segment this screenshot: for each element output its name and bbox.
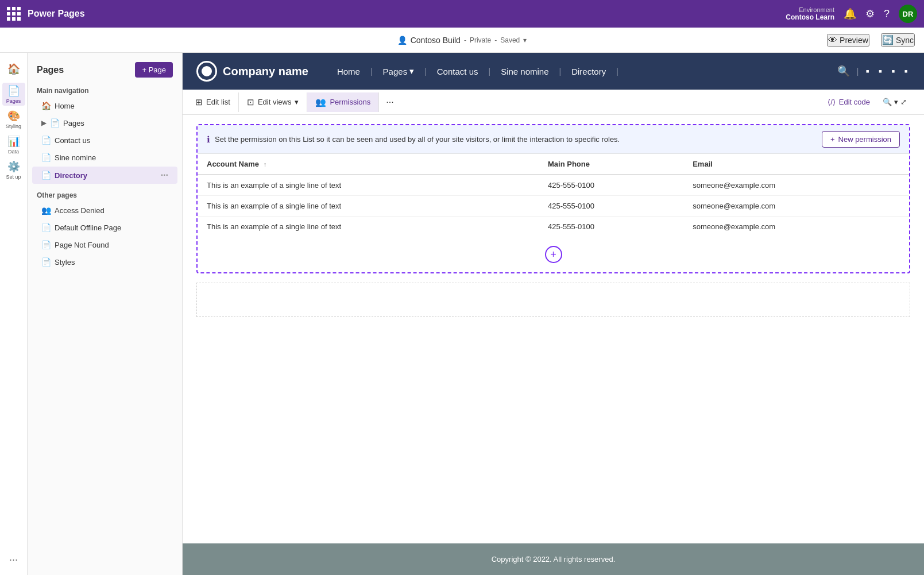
website-nav-directory[interactable]: Directory: [561, 67, 616, 76]
site-icon: 👤: [397, 36, 407, 45]
sync-button[interactable]: 🔄 Sync: [881, 33, 915, 47]
permissions-icon: 👥: [315, 97, 326, 107]
nav-item-default-offline[interactable]: 📄 Default Offline Page: [32, 219, 177, 236]
nav-item-page-not-found[interactable]: 📄 Page Not Found: [32, 237, 177, 253]
search-icon[interactable]: 🔍: [835, 63, 852, 80]
cell-email-2: someone@example.com: [683, 196, 909, 217]
edit-list-icon: ⊞: [195, 97, 203, 107]
data-table: Account Name ↑ Main Phone Email: [198, 154, 909, 237]
directory-more-icon[interactable]: ···: [161, 170, 168, 180]
nav-item-access-denied[interactable]: 👥 Access Denied: [32, 202, 177, 218]
notification-icon[interactable]: 🔔: [844, 7, 856, 20]
col-email[interactable]: Email: [683, 154, 909, 175]
website-nav-contact[interactable]: Contact us: [427, 67, 489, 76]
main-nav-title: Main navigation: [28, 82, 182, 97]
sync-icon: 🔄: [882, 34, 894, 45]
top-bar: Power Pages Environment Contoso Learn 🔔 …: [0, 0, 924, 28]
edit-list-button[interactable]: ⊞ Edit list: [187, 92, 239, 112]
empty-section: [196, 283, 910, 317]
home-icon: 🏠: [7, 63, 20, 75]
help-icon[interactable]: ?: [884, 8, 890, 20]
expand-icon[interactable]: ⤢: [900, 98, 907, 106]
cell-account-name-2: This is an example of a single line of t…: [198, 196, 539, 217]
add-page-button[interactable]: + Page: [135, 62, 173, 78]
cell-account-name-3: This is an example of a single line of t…: [198, 217, 539, 237]
table-header: Account Name ↑ Main Phone Email: [198, 154, 909, 175]
sidebar-item-pages[interactable]: 📄 Pages: [2, 83, 25, 106]
sidebar-item-home[interactable]: 🏠: [2, 57, 25, 80]
sidebar-more-icon[interactable]: ···: [9, 554, 18, 566]
zoom-icon[interactable]: 🔍: [883, 98, 892, 106]
site-visibility: -: [464, 36, 466, 44]
nav-item-home[interactable]: 🏠 Home: [32, 98, 177, 114]
nav-item-styles[interactable]: 📄 Styles: [32, 254, 177, 270]
settings-icon[interactable]: ⚙: [865, 7, 875, 20]
avatar[interactable]: DR: [899, 5, 917, 23]
zoom-control: 🔍 ▾ ⤢: [883, 98, 907, 106]
permissions-info-left: ℹ Set the permission on this List so it …: [207, 134, 620, 145]
pages-icon: 📄: [7, 84, 20, 97]
cell-email-1: someone@example.com: [683, 175, 909, 196]
footer-text: Copyright © 2022. All rights reserved.: [492, 555, 616, 564]
nav-item-directory[interactable]: 📄 Directory ···: [32, 167, 177, 184]
logo-inner: [202, 66, 212, 76]
website-frame: ℹ Set the permission on this List so it …: [183, 115, 924, 575]
second-bar: 👤 Contoso Build - Private - Saved ▾ 👁 Pr…: [0, 28, 924, 53]
table-row[interactable]: This is an example of a single line of t…: [198, 196, 909, 217]
offline-icon: 📄: [41, 223, 51, 232]
add-section-button[interactable]: +: [545, 246, 562, 263]
sidebar-item-setup[interactable]: ⚙️ Set up: [2, 159, 25, 182]
pages-header: Pages + Page: [28, 53, 182, 82]
expand-icon[interactable]: ▶: [41, 119, 47, 127]
styling-icon: 🎨: [7, 110, 20, 122]
sine-nomine-nav-icon: 📄: [41, 153, 51, 162]
nav-item-pages[interactable]: ▶ 📄 Pages: [32, 115, 177, 131]
access-denied-icon: 👥: [41, 206, 51, 215]
list-container: ℹ Set the permission on this List so it …: [196, 124, 910, 273]
cell-phone-1: 425-555-0100: [539, 175, 683, 196]
table-row[interactable]: This is an example of a single line of t…: [198, 175, 909, 196]
grid-icon-2[interactable]: ▪: [876, 63, 884, 80]
edit-views-chevron: ▾: [295, 98, 299, 106]
directory-nav-icon: 📄: [41, 171, 51, 180]
other-pages-title: Other pages: [28, 184, 182, 202]
edit-views-icon: ⊡: [247, 97, 254, 107]
website-logo: Company name: [196, 61, 308, 82]
website-nav-sine-nomine[interactable]: Sine nomine: [490, 67, 559, 76]
col-main-phone[interactable]: Main Phone: [539, 154, 683, 175]
waffle-icon[interactable]: [7, 7, 21, 21]
home-nav-icon: 🏠: [41, 101, 51, 110]
app-title: Power Pages: [28, 9, 85, 19]
nav-item-sine-nomine[interactable]: 📄 Sine nomine: [32, 149, 177, 165]
sidebar-item-data[interactable]: 📊 Data: [2, 133, 25, 156]
website-nav-home[interactable]: Home: [327, 67, 370, 76]
edit-code-button[interactable]: ⟨/⟩ Edit code: [819, 94, 878, 110]
permissions-button[interactable]: 👥 Permissions: [307, 92, 379, 112]
website-nav-pages[interactable]: Pages ▾: [373, 66, 425, 76]
cell-email-3: someone@example.com: [683, 217, 909, 237]
grid-icon-1[interactable]: ▪: [863, 63, 871, 80]
table-body: This is an example of a single line of t…: [198, 175, 909, 237]
table-row[interactable]: This is an example of a single line of t…: [198, 217, 909, 237]
website-navbar: Company name Home | Pages ▾ | Contact us…: [183, 53, 924, 90]
info-icon: ℹ: [207, 134, 210, 145]
sidebar-item-styling[interactable]: 🎨 Styling: [2, 108, 25, 131]
zoom-chevron[interactable]: ▾: [894, 98, 898, 106]
col-account-name[interactable]: Account Name ↑: [198, 154, 539, 175]
preview-area: Company name Home | Pages ▾ | Contact us…: [183, 53, 924, 575]
edit-views-button[interactable]: ⊡ Edit views ▾: [239, 92, 308, 112]
grid-icon-3[interactable]: ▪: [889, 63, 897, 80]
grid-icon-4[interactable]: ▪: [902, 63, 910, 80]
toolbar-more-button[interactable]: ···: [379, 92, 400, 112]
content-area: Company name Home | Pages ▾ | Contact us…: [183, 53, 924, 575]
styles-icon: 📄: [41, 257, 51, 267]
website-footer: Copyright © 2022. All rights reserved.: [183, 543, 924, 575]
new-permission-button[interactable]: + New permission: [822, 131, 900, 148]
site-dropdown-chevron[interactable]: ▾: [523, 36, 527, 44]
preview-button[interactable]: 👁 Preview: [827, 34, 869, 47]
logo-circle: [196, 61, 217, 82]
nav-item-contact[interactable]: 📄 Contact us: [32, 132, 177, 148]
not-found-icon: 📄: [41, 240, 51, 249]
sort-icon[interactable]: ↑: [264, 161, 267, 168]
pages-nav-icon: 📄: [50, 118, 60, 128]
